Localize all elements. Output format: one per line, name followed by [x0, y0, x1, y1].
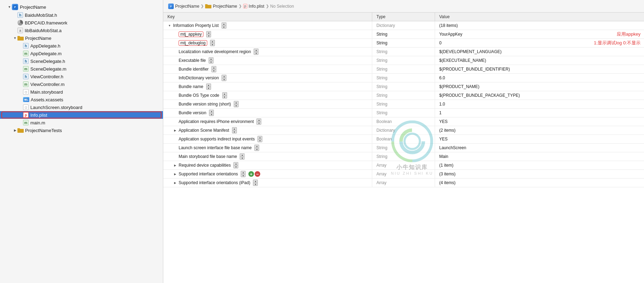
table-row[interactable]: Bundle OS Type code ▲▼ String $(PRODUCT_… — [163, 91, 644, 100]
sidebar-item-baidumobstat-h[interactable]: h BaiduMobStat.h — [0, 11, 163, 19]
stepper-down[interactable]: ▼ — [233, 165, 238, 168]
stepper-up[interactable]: ▲ — [222, 92, 227, 95]
stepper-down[interactable]: ▼ — [210, 43, 215, 46]
sidebar-item-scenedelegate-m[interactable]: m SceneDelegate.m — [0, 65, 163, 73]
sidebar-item-info-plist[interactable]: p Info.plist — [0, 111, 163, 119]
table-row[interactable]: Launch screen interface file base name ▲… — [163, 144, 644, 152]
stepper-up[interactable]: ▲ — [254, 49, 259, 52]
table-row[interactable]: Supported interface orientations (iPad) … — [163, 179, 644, 187]
stepper-up[interactable]: ▲ — [211, 66, 216, 69]
stepper[interactable]: ▲▼ — [209, 110, 214, 116]
sidebar-item-main-storyboard[interactable]: ◻ Main.storyboard — [0, 88, 163, 96]
stepper[interactable]: ▲▼ — [233, 162, 238, 168]
stepper-up[interactable]: ▲ — [209, 110, 214, 113]
table-row[interactable]: Bundle name ▲▼ String $(PRODUCT_NAME) — [163, 82, 644, 91]
stepper[interactable]: ▲▼ — [222, 75, 226, 81]
stepper[interactable]: ▲▼ — [206, 31, 211, 37]
stepper-up[interactable]: ▲ — [241, 171, 246, 174]
stepper-down[interactable]: ▼ — [222, 95, 227, 99]
row-disclosure[interactable] — [173, 128, 177, 132]
stepper-down[interactable]: ▼ — [222, 26, 226, 29]
remove-item-button[interactable]: − — [255, 171, 260, 177]
sidebar-item-bdpcaid[interactable]: BDPCAID.framework — [0, 19, 163, 27]
sidebar-item-main-m[interactable]: m main.m — [0, 119, 163, 126]
table-row[interactable]: Bundle version ▲▼ String 1 — [163, 109, 644, 117]
stepper-down[interactable]: ▼ — [222, 78, 226, 81]
stepper-up[interactable]: ▲ — [206, 84, 211, 87]
stepper[interactable]: ▲▼ — [241, 171, 246, 177]
stepper-up[interactable]: ▲ — [209, 57, 214, 60]
stepper-up[interactable]: ▲ — [234, 101, 239, 104]
stepper-down[interactable]: ▼ — [206, 34, 211, 37]
table-row[interactable]: mtj_debuglog ▲▼ String 0 1:显示调试log 0:不显示 — [163, 39, 644, 48]
sidebar-item-projectnametests[interactable]: ProjectNameTests — [0, 126, 163, 134]
stepper[interactable]: ▲▼ — [222, 92, 227, 99]
stepper-up[interactable]: ▲ — [254, 145, 259, 148]
stepper[interactable]: ▲▼ — [254, 145, 259, 151]
stepper-down[interactable]: ▼ — [211, 69, 216, 72]
table-row[interactable]: Information Property List ▲▼ Dictionary … — [163, 21, 644, 30]
stepper-down[interactable]: ▼ — [253, 183, 258, 186]
sidebar-item-launchscreen[interactable]: ◻ LaunchScreen.storyboard — [0, 103, 163, 111]
stepper-down[interactable]: ▼ — [256, 122, 261, 125]
stepper-up[interactable]: ▲ — [222, 75, 226, 78]
stepper-up[interactable]: ▲ — [233, 162, 238, 165]
stepper[interactable]: ▲▼ — [234, 101, 239, 107]
sidebar-item-assets[interactable]: Assets.xcassets — [0, 96, 163, 103]
stepper-down[interactable]: ▼ — [240, 157, 245, 160]
table-row[interactable]: Application supports indirect input even… — [163, 135, 644, 144]
breadcrumb-folder[interactable]: ProjectName — [205, 4, 237, 9]
table-row[interactable]: Localization native development region ▲… — [163, 48, 644, 56]
row-disclosure[interactable] — [173, 163, 177, 167]
disclosure-project[interactable] — [7, 5, 12, 9]
table-row[interactable]: mtj_appkey ▲▼ String YourAppKey 应用appkey — [163, 30, 644, 39]
table-row[interactable]: Bundle identifier ▲▼ String $(PRODUCT_BU… — [163, 65, 644, 74]
row-disclosure[interactable] — [173, 181, 177, 185]
table-row[interactable]: Executable file ▲▼ String $(EXECUTABLE_N… — [163, 56, 644, 65]
row-disclosure[interactable] — [173, 172, 177, 176]
stepper[interactable]: ▲▼ — [222, 22, 226, 29]
stepper-up[interactable]: ▲ — [240, 153, 245, 157]
stepper-up[interactable]: ▲ — [210, 40, 215, 43]
stepper-down[interactable]: ▼ — [209, 113, 214, 116]
stepper-down[interactable]: ▼ — [209, 60, 214, 64]
table-row[interactable]: Main storyboard file base name ▲▼ String… — [163, 152, 644, 161]
stepper-up[interactable]: ▲ — [256, 118, 261, 122]
sidebar-item-projectname-folder[interactable]: ProjectName — [0, 34, 163, 42]
disclosure-projectname[interactable] — [13, 36, 17, 41]
sidebar-item-viewcontroller-m[interactable]: m ViewController.m — [0, 80, 163, 88]
sidebar-item-viewcontroller-h[interactable]: h ViewController.h — [0, 73, 163, 80]
stepper[interactable]: ▲▼ — [211, 66, 216, 72]
stepper-down[interactable]: ▼ — [254, 148, 259, 151]
table-row[interactable]: Required device capabilities ▲▼ Array (1… — [163, 161, 644, 170]
stepper[interactable]: ▲▼ — [240, 153, 245, 160]
stepper-down[interactable]: ▼ — [206, 87, 211, 90]
stepper[interactable]: ▲▼ — [254, 49, 259, 55]
stepper-up[interactable]: ▲ — [206, 31, 211, 34]
stepper-down[interactable]: ▼ — [241, 174, 246, 177]
stepper[interactable]: ▲▼ — [206, 84, 211, 90]
breadcrumb-project[interactable]: P ProjectName — [168, 3, 199, 9]
stepper[interactable]: ▲▼ — [209, 57, 214, 64]
stepper[interactable]: ▲▼ — [232, 127, 237, 133]
sidebar-item-appdelegate-m[interactable]: m AppDelegate.m — [0, 50, 163, 57]
stepper-up[interactable]: ▲ — [253, 180, 258, 183]
table-row[interactable]: Bundle version string (short) ▲▼ String … — [163, 100, 644, 109]
table-row[interactable]: Application Scene Manifest ▲▼ Dictionary… — [163, 126, 644, 135]
stepper-down[interactable]: ▼ — [257, 139, 262, 142]
table-row[interactable]: Supported interface orientations ▲▼ + − … — [163, 170, 644, 179]
stepper[interactable]: ▲▼ — [253, 180, 258, 186]
table-row[interactable]: Application requires iPhone environment … — [163, 117, 644, 126]
stepper-down[interactable]: ▼ — [232, 130, 237, 133]
stepper-down[interactable]: ▼ — [234, 104, 239, 107]
breadcrumb-plist[interactable]: p Info.plist — [243, 4, 264, 9]
sidebar-item-project-root[interactable]: P ProjectName — [0, 3, 163, 11]
stepper-up[interactable]: ▲ — [257, 136, 262, 139]
disclosure-tests[interactable] — [13, 128, 17, 133]
sidebar-item-scenedelegate-h[interactable]: h SceneDelegate.h — [0, 57, 163, 65]
row-disclosure[interactable] — [167, 23, 172, 28]
sidebar-item-appdelegate-h[interactable]: h AppDelegate.h — [0, 42, 163, 50]
stepper[interactable]: ▲▼ — [210, 40, 215, 46]
stepper-down[interactable]: ▼ — [254, 52, 259, 55]
sidebar-item-libbaidu[interactable]: a libBaiduMobStat.a — [0, 27, 163, 34]
